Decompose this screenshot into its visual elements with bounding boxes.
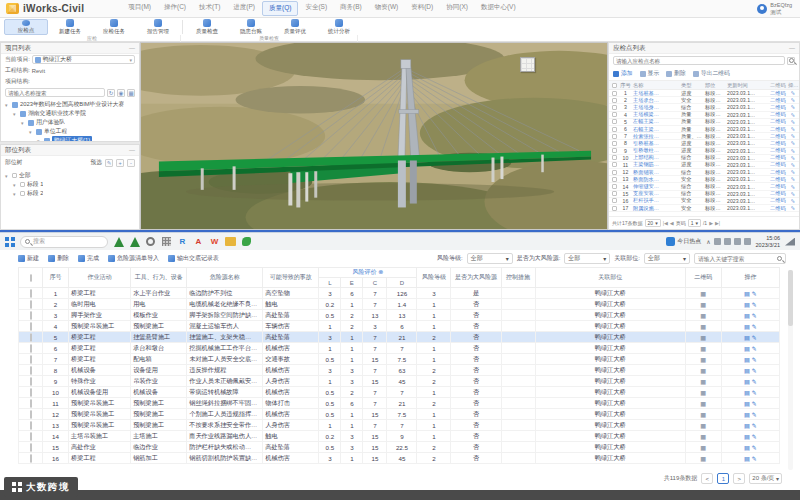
point-name-link[interactable]: 主塔桩基… <box>632 90 680 97</box>
tree-toggle-icon[interactable]: ▾ <box>13 182 18 188</box>
checkbox[interactable] <box>612 91 617 96</box>
tree-node[interactable]: ▾2023年数码杯全国高校BIM毕业设计大赛 <box>3 100 137 109</box>
edit-icon[interactable]: ✎ <box>787 205 799 211</box>
tree-toggle-icon[interactable]: ▾ <box>29 129 34 135</box>
edit-icon[interactable]: ✎ <box>787 97 799 103</box>
checkbox[interactable] <box>30 432 32 441</box>
risk-row[interactable]: 6桥梁工程承台和墩台挖掘机械施工工作平台…机械伤害11771否鸭绿江大桥▦▤ ✎ <box>19 343 780 354</box>
ribbon-button-隐患台账[interactable]: 隐患台账 <box>229 19 273 35</box>
preselect-button[interactable]: 预选 <box>90 158 102 167</box>
checkbox[interactable] <box>612 134 617 139</box>
checkbox[interactable] <box>30 399 32 408</box>
qr-code-icon[interactable]: ▦ <box>700 290 706 297</box>
qr-code-icon[interactable]: ▦ <box>700 444 706 451</box>
action-删除[interactable]: 删除 <box>666 69 686 78</box>
point-name-link[interactable]: 桥面防水… <box>632 176 680 183</box>
filter-select[interactable]: 全部▾ <box>564 253 610 264</box>
document-icon[interactable]: ▤ <box>744 455 752 462</box>
qr-code-icon[interactable]: ▦ <box>700 411 706 418</box>
risk-row[interactable]: 16桥梁工程钢筋加工钢筋切割机防护装置缺…机械伤害3115452否鸭绿江大桥▦▤… <box>19 453 780 464</box>
document-icon[interactable]: ▤ <box>744 422 752 429</box>
menu-item-数据中心(V)[interactable]: 数据中心(V) <box>475 1 522 16</box>
next-page-button[interactable]: > <box>733 473 745 484</box>
edit-icon[interactable]: ✎ <box>787 104 799 110</box>
qr-code-link[interactable]: 二维码 <box>769 126 787 133</box>
select-all-checkbox[interactable] <box>19 268 43 288</box>
app-icon-leaf[interactable] <box>241 236 252 247</box>
action-导出二维码[interactable]: 导出二维码 <box>693 69 730 78</box>
qr-code-link[interactable]: 二维码 <box>769 118 787 125</box>
document-icon[interactable]: ▤ <box>744 378 752 385</box>
action-添加[interactable]: 添加 <box>613 69 633 78</box>
edit-icon[interactable]: ✎ <box>752 422 757 429</box>
checkbox[interactable] <box>612 98 617 103</box>
tree-toggle-icon[interactable]: ▾ <box>37 138 42 143</box>
menu-item-进度(P)[interactable]: 进度(P) <box>227 1 261 16</box>
qr-code-link[interactable]: 二维码 <box>769 111 787 118</box>
last-page-button[interactable]: ▶| <box>715 220 720 226</box>
point-name-link[interactable]: 引桥桩基… <box>632 140 680 147</box>
current-page[interactable]: 1 <box>717 473 729 484</box>
risk-row[interactable]: 4预制梁吊装施工预制梁施工混凝土运输车伤人车辆伤害12361否鸭绿江大桥▦▤ ✎ <box>19 321 780 332</box>
point-name-link[interactable]: 拉索张拉… <box>632 133 680 140</box>
checkbox[interactable] <box>612 177 617 182</box>
tree-toggle-icon[interactable]: ▾ <box>13 191 18 197</box>
edit-icon[interactable]: ✎ <box>787 198 799 204</box>
point-name-link[interactable]: 主塔承台… <box>632 97 680 104</box>
edit-icon[interactable]: ✎ <box>752 312 757 319</box>
edit-icon[interactable]: ✎ <box>752 389 757 396</box>
refresh-icon[interactable]: ↻ <box>107 89 115 97</box>
edit-icon[interactable]: ✎ <box>787 162 799 168</box>
edit-icon[interactable]: ✎ <box>787 112 799 118</box>
qr-code-link[interactable]: 二维码 <box>769 90 787 97</box>
tray-icon-1[interactable] <box>714 238 721 245</box>
taskbar-search[interactable]: 搜索 <box>20 236 108 248</box>
tree-node[interactable]: ▾标段 2 <box>3 189 137 198</box>
qr-code-link[interactable]: 二维码 <box>769 161 787 168</box>
point-name-link[interactable]: 支座安装… <box>632 190 680 197</box>
edit-icon[interactable]: ✎ <box>787 119 799 125</box>
tray-icon-2[interactable] <box>724 238 731 245</box>
checkbox[interactable] <box>612 112 617 117</box>
checkbox[interactable] <box>612 206 617 211</box>
checkbox[interactable] <box>612 162 617 167</box>
add-icon[interactable]: + <box>116 159 124 167</box>
ribbon-button-新建任务[interactable]: 新建任务 <box>48 19 92 35</box>
checkbox[interactable] <box>612 127 617 132</box>
document-icon[interactable]: ▤ <box>744 433 752 440</box>
checkbox[interactable] <box>612 155 617 160</box>
point-name-link[interactable]: 主梁钢筋… <box>632 161 680 168</box>
document-icon[interactable]: ▤ <box>744 312 752 319</box>
checkbox[interactable] <box>30 388 32 397</box>
menu-item-协同(X)[interactable]: 协同(X) <box>440 1 474 16</box>
qr-code-icon[interactable]: ▦ <box>700 301 706 308</box>
checkbox[interactable] <box>612 83 617 88</box>
edit-icon[interactable]: ✎ <box>787 155 799 161</box>
app-icon-tree-1[interactable] <box>113 236 124 247</box>
tree-node[interactable]: ▾湖南交通职业技术学院 <box>3 109 137 118</box>
tray-icon-4[interactable] <box>744 238 751 245</box>
risk-row[interactable]: 10机械设备使用机械设备带病运转机械故障机械伤害0.52771否鸭绿江大桥▦▤ … <box>19 387 780 398</box>
menu-item-技术(T)[interactable]: 技术(T) <box>193 1 226 16</box>
tree-toggle-icon[interactable]: ▾ <box>21 120 26 126</box>
edit-icon[interactable]: ✎ <box>752 323 757 330</box>
checkbox[interactable] <box>612 191 617 196</box>
qr-code-link[interactable]: 二维码 <box>769 104 787 111</box>
qr-code-icon[interactable]: ▦ <box>700 356 706 363</box>
qr-code-icon[interactable]: ▦ <box>700 367 706 374</box>
toolbar-button-新建[interactable]: 新建 <box>18 254 39 263</box>
checkbox[interactable] <box>30 366 32 375</box>
page-size-select[interactable]: 20 条/页 ▾ <box>749 473 782 484</box>
ribbon-button-统计分析[interactable]: 统计分析 <box>317 19 361 35</box>
app-icon-a[interactable]: A <box>193 236 204 247</box>
edit-icon[interactable]: ✎ <box>105 159 113 167</box>
qr-code-link[interactable]: 二维码 <box>769 205 787 212</box>
edit-icon[interactable]: ✎ <box>787 191 799 197</box>
risk-row[interactable]: 2临时用电用电电缆机械老化绝缘不良…触电0.2171.41否鸭绿江大桥▦▤ ✎ <box>19 299 780 310</box>
next-page-button[interactable]: ▶ <box>709 220 713 226</box>
risk-row[interactable]: 3脚手架作业模板作业脚手架拆除空间防护缺…高处坠落0.5213131否鸭绿江大桥… <box>19 310 780 321</box>
prev-page-button[interactable]: < <box>701 473 713 484</box>
document-icon[interactable]: ▤ <box>744 345 752 352</box>
point-name-link[interactable]: 栏杆扶手… <box>632 197 680 204</box>
point-name-link[interactable]: 桥面铺装… <box>632 169 680 176</box>
